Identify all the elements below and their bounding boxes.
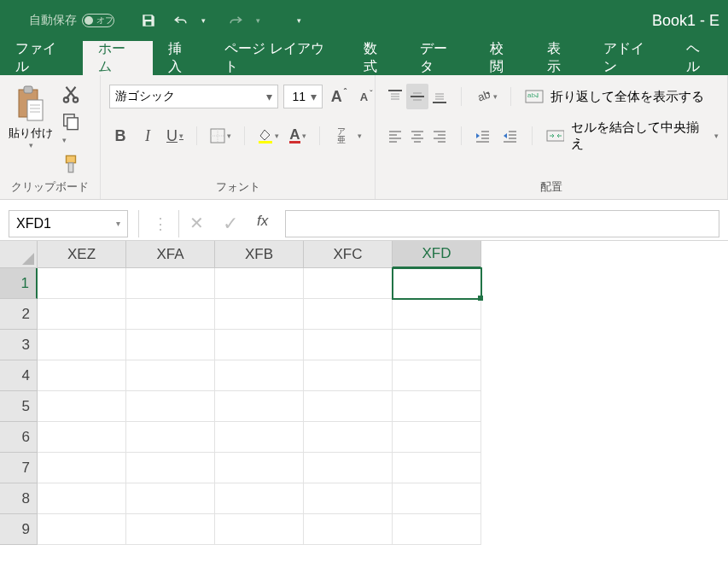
cell[interactable]	[215, 360, 304, 391]
cancel-icon[interactable]: ✕	[189, 213, 204, 235]
cell[interactable]	[38, 299, 126, 330]
cell[interactable]	[38, 514, 126, 545]
cell[interactable]	[393, 514, 481, 545]
ruby-button[interactable]: ア 亜	[330, 123, 352, 149]
tab-view[interactable]: 表示	[532, 41, 589, 75]
tab-review[interactable]: 校閲	[475, 41, 532, 75]
cell[interactable]	[215, 330, 304, 360]
tab-data[interactable]: データ	[405, 41, 475, 75]
cell[interactable]	[393, 422, 481, 453]
row-header[interactable]: 2	[0, 299, 38, 330]
tab-home[interactable]: ホーム	[83, 41, 153, 75]
tab-help[interactable]: ヘル	[671, 41, 728, 75]
bold-button[interactable]: B	[109, 123, 131, 149]
row-header[interactable]: 4	[0, 360, 38, 391]
cell[interactable]	[126, 453, 215, 483]
tab-file[interactable]: ファイル	[0, 41, 83, 75]
cell[interactable]	[215, 422, 304, 453]
cell[interactable]	[38, 422, 126, 453]
cell[interactable]	[393, 330, 481, 360]
italic-button[interactable]: I	[137, 123, 159, 149]
cell[interactable]	[393, 299, 481, 330]
format-painter-icon[interactable]	[61, 155, 80, 173]
cell[interactable]	[393, 360, 481, 391]
row-header[interactable]: 9	[0, 514, 38, 545]
column-header[interactable]: XEZ	[38, 241, 126, 268]
cell[interactable]	[126, 268, 215, 299]
copy-icon[interactable]: ▾	[61, 112, 80, 146]
cell[interactable]	[393, 453, 481, 483]
align-middle-button[interactable]	[406, 84, 428, 109]
enter-icon[interactable]: ✓	[223, 213, 238, 235]
cell[interactable]	[215, 391, 304, 422]
cell[interactable]	[304, 483, 393, 514]
name-box-input[interactable]	[16, 216, 116, 231]
cell[interactable]	[126, 391, 215, 422]
qat-customize-icon[interactable]: ▾	[290, 12, 307, 29]
orientation-button[interactable]: ab▾	[472, 84, 500, 109]
merge-center-button[interactable]: セルを結合して中央揃え ▾	[543, 123, 722, 149]
align-left-button[interactable]	[384, 123, 406, 149]
paste-button[interactable]: 貼り付け ▾	[5, 81, 56, 149]
cell[interactable]	[126, 483, 215, 514]
cell[interactable]	[304, 422, 393, 453]
decrease-indent-button[interactable]	[472, 123, 494, 149]
tab-insert[interactable]: 挿入	[153, 41, 210, 75]
tab-formulas[interactable]: 数式	[348, 41, 405, 75]
borders-button[interactable]: ▾	[207, 123, 234, 149]
align-bottom-button[interactable]	[428, 84, 451, 109]
cut-icon[interactable]	[61, 85, 80, 103]
underline-button[interactable]: U▾	[164, 123, 186, 149]
shrink-font-button[interactable]: Aˇ	[355, 84, 377, 109]
undo-icon[interactable]	[172, 12, 189, 29]
increase-indent-button[interactable]	[499, 123, 521, 149]
undo-dropdown-icon[interactable]: ▾	[195, 12, 212, 29]
autosave-toggle[interactable]: 自動保存 オフ	[29, 13, 114, 28]
align-center-button[interactable]	[406, 123, 428, 149]
column-header[interactable]: XFA	[126, 241, 215, 268]
save-icon[interactable]	[140, 12, 157, 29]
cell[interactable]	[38, 483, 126, 514]
cell[interactable]	[215, 268, 304, 299]
cell[interactable]	[126, 422, 215, 453]
chevron-down-icon[interactable]: ▾	[116, 219, 120, 228]
row-header[interactable]: 8	[0, 483, 38, 514]
cell[interactable]	[304, 514, 393, 545]
ruby-dropdown[interactable]: ▾	[358, 132, 362, 140]
column-header[interactable]: XFC	[304, 241, 393, 268]
redo-icon[interactable]	[227, 12, 244, 29]
cell[interactable]	[38, 330, 126, 360]
tab-addins[interactable]: アドイン	[588, 41, 671, 75]
tab-pagelayout[interactable]: ページ レイアウト	[209, 41, 347, 75]
cell[interactable]	[38, 391, 126, 422]
fx-icon[interactable]: fx	[257, 213, 268, 235]
name-box[interactable]: ▾	[9, 210, 128, 237]
row-header[interactable]: 7	[0, 453, 38, 483]
align-top-button[interactable]	[384, 84, 406, 109]
row-header[interactable]: 6	[0, 422, 38, 453]
row-header[interactable]: 5	[0, 391, 38, 422]
cell[interactable]	[126, 330, 215, 360]
chevron-down-icon[interactable]: ▾	[311, 90, 317, 103]
cell[interactable]	[38, 453, 126, 483]
cell[interactable]	[215, 514, 304, 545]
cell[interactable]	[126, 299, 215, 330]
cell[interactable]	[38, 268, 126, 299]
row-header[interactable]: 1	[0, 268, 38, 299]
cell[interactable]	[393, 483, 481, 514]
cell[interactable]	[304, 299, 393, 330]
cell[interactable]	[126, 360, 215, 391]
column-header[interactable]: XFD	[393, 241, 481, 268]
align-right-button[interactable]	[428, 123, 451, 149]
wrap-text-button[interactable]: ab 折り返して全体を表示する	[521, 84, 708, 109]
cell[interactable]	[215, 299, 304, 330]
cell[interactable]	[393, 391, 481, 422]
font-name-combo[interactable]: 游ゴシック ▾	[109, 85, 278, 108]
row-header[interactable]: 3	[0, 330, 38, 360]
cell[interactable]	[393, 268, 481, 299]
select-all-corner[interactable]	[0, 241, 38, 268]
cell[interactable]	[304, 391, 393, 422]
chevron-down-icon[interactable]: ▾	[266, 90, 272, 103]
cell[interactable]	[126, 514, 215, 545]
cell[interactable]	[304, 268, 393, 299]
